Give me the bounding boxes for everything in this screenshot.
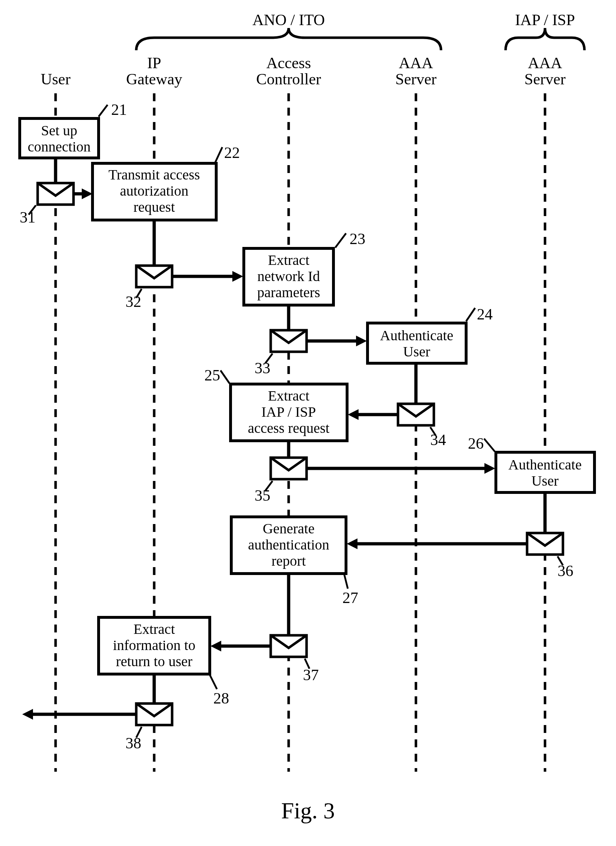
box-22-line1: Transmit access	[108, 166, 200, 183]
label-24: 24	[477, 306, 493, 323]
label-27: 27	[342, 589, 358, 606]
leader-24	[466, 308, 475, 321]
leader-21	[98, 105, 107, 117]
leader-23	[335, 233, 346, 248]
lane-label-aaa1-1: AAA	[399, 54, 433, 72]
lane-label-ip-gateway-2: Gateway	[126, 71, 182, 88]
box-22-line2: autorization	[120, 183, 188, 199]
box-27-line1: Generate	[263, 521, 314, 537]
lane-label-aaa1-2: Server	[396, 71, 437, 88]
label-28: 28	[213, 690, 229, 707]
envelope-34	[398, 404, 434, 425]
group-label-iap-isp: IAP / ISP	[515, 11, 575, 29]
lane-label-access-ctrl-2: Controller	[257, 71, 321, 88]
label-22: 22	[224, 144, 240, 162]
box-28-line3: return to user	[116, 653, 192, 669]
envelope-32	[136, 266, 172, 287]
lane-label-aaa2-2: Server	[525, 71, 566, 88]
label-32: 32	[126, 293, 141, 310]
envelope-33	[271, 330, 307, 352]
arrowhead-36	[347, 538, 358, 549]
label-35: 35	[255, 487, 270, 504]
leader-25	[220, 371, 229, 383]
envelope-36	[527, 533, 563, 555]
leader-28	[210, 675, 217, 689]
box-26-line1: Authenticate	[509, 456, 582, 473]
box-25-line1: Extract	[268, 388, 309, 404]
box-24-line2: User	[403, 343, 430, 360]
lane-label-ip-gateway-1: IP	[147, 54, 161, 72]
brace-ano-ito	[136, 28, 441, 50]
box-21-line2: connection	[28, 138, 91, 155]
envelope-35	[271, 458, 307, 479]
arrowhead-37	[210, 641, 221, 652]
box-24-line1: Authenticate	[380, 327, 453, 343]
label-23: 23	[350, 230, 365, 248]
box-25-line3: access request	[248, 420, 330, 436]
arrowhead-32	[232, 271, 243, 282]
label-33: 33	[255, 359, 270, 377]
box-25-line2: IAP / ISP	[261, 404, 316, 420]
box-22-line3: request	[133, 199, 175, 215]
envelope-37	[271, 635, 307, 657]
lane-label-user: User	[41, 71, 70, 88]
box-23-line1: Extract	[268, 252, 309, 268]
box-28-line2: information to	[113, 637, 195, 653]
arrowhead-31	[82, 188, 92, 199]
box-28-line1: Extract	[133, 621, 175, 637]
box-27-line2: authentication	[248, 537, 330, 553]
box-26-line2: User	[531, 473, 559, 489]
label-21: 21	[111, 101, 127, 118]
box-21-line1: Set up	[41, 122, 77, 138]
label-36: 36	[557, 562, 573, 580]
brace-iap-isp	[506, 28, 584, 50]
box-27-line3: report	[271, 553, 306, 569]
lane-label-aaa2-1: AAA	[528, 54, 562, 72]
label-38: 38	[126, 734, 141, 752]
figure-label: Fig. 3	[281, 798, 334, 823]
envelope-31	[38, 183, 73, 205]
label-31: 31	[20, 209, 35, 226]
label-26: 26	[468, 435, 484, 452]
arrowhead-34	[348, 409, 359, 420]
leader-27	[344, 574, 348, 589]
arrowhead-38	[22, 709, 33, 719]
box-23-line3: parameters	[257, 284, 320, 300]
lane-label-access-ctrl-1: Access	[266, 54, 311, 72]
leader-22	[215, 147, 222, 163]
group-label-ano-ito: ANO / ITO	[252, 11, 325, 29]
arrowhead-35	[484, 463, 495, 474]
label-34: 34	[430, 431, 446, 449]
arrowhead-33	[356, 335, 367, 346]
label-37: 37	[303, 666, 319, 684]
label-25: 25	[204, 366, 220, 384]
box-23-line2: network Id	[257, 268, 320, 284]
leader-26	[484, 438, 495, 452]
envelope-38	[136, 703, 172, 725]
